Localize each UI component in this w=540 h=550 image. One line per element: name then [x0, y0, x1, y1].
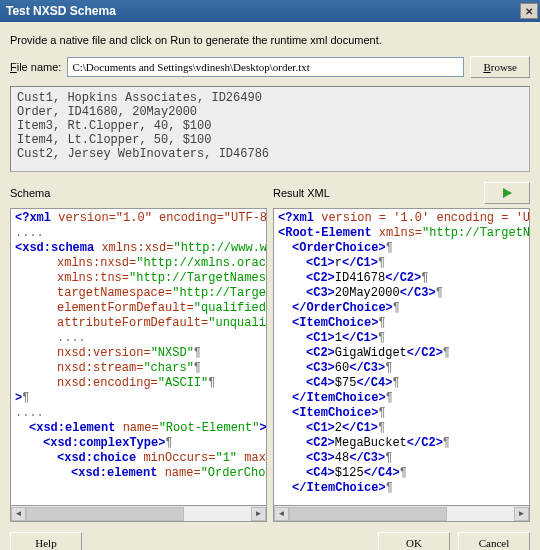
svg-marker-0	[503, 188, 512, 198]
schema-scrollbar[interactable]: ◄ ►	[10, 506, 267, 522]
schema-label: Schema	[10, 187, 50, 199]
cancel-button[interactable]: Cancel	[458, 532, 530, 550]
instruction-text: Provide a native file and click on Run t…	[10, 34, 530, 46]
scroll-right-icon[interactable]: ►	[514, 507, 529, 521]
result-scrollbar[interactable]: ◄ ►	[273, 506, 530, 522]
run-button[interactable]	[484, 182, 530, 204]
schema-box[interactable]: <?xml version="1.0" encoding="UTF-8" ?>¶…	[10, 208, 267, 506]
file-preview: Cust1, Hopkins Associates, ID26490 Order…	[10, 86, 530, 172]
scroll-left-icon[interactable]: ◄	[274, 507, 289, 521]
browse-button[interactable]: Browse	[470, 56, 530, 78]
schema-panel: Schema <?xml version="1.0" encoding="UTF…	[10, 182, 267, 522]
file-row: File name: Browse	[10, 56, 530, 78]
file-input[interactable]	[67, 57, 464, 77]
ok-button[interactable]: OK	[378, 532, 450, 550]
scroll-right-icon[interactable]: ►	[251, 507, 266, 521]
close-icon[interactable]: ✕	[520, 3, 538, 19]
title-bar: Test NXSD Schema ✕	[0, 0, 540, 22]
result-label: Result XML	[273, 187, 330, 199]
result-panel: Result XML <?xml version = '1.0' encodin…	[273, 182, 530, 522]
result-box[interactable]: <?xml version = '1.0' encoding = 'UTF-8'…	[273, 208, 530, 506]
window-title: Test NXSD Schema	[6, 4, 116, 18]
scroll-left-icon[interactable]: ◄	[11, 507, 26, 521]
help-button[interactable]: Help	[10, 532, 82, 550]
play-icon	[501, 187, 513, 199]
file-label: File name:	[10, 61, 61, 73]
